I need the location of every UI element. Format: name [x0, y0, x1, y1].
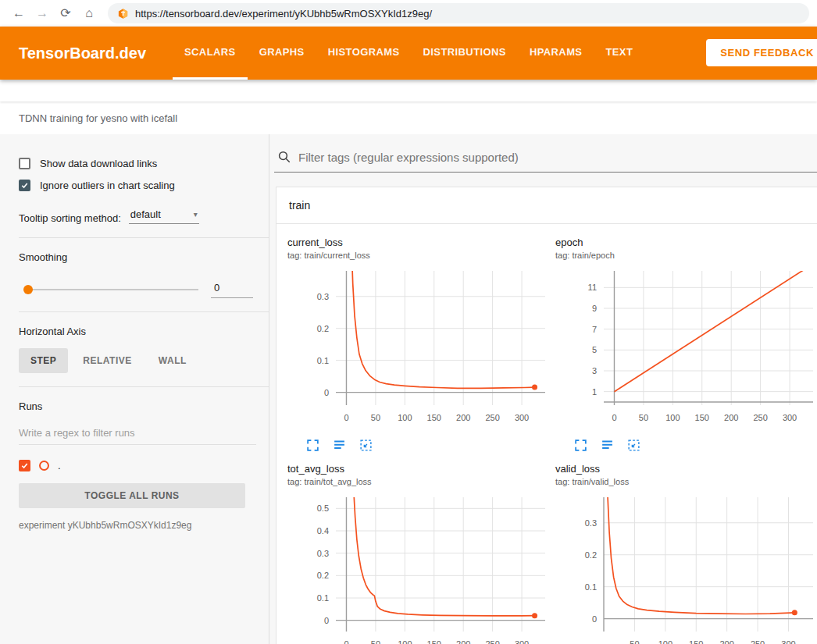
tooltip-sorting-dropdown[interactable]: default ▾	[129, 207, 199, 224]
svg-text:0.2: 0.2	[317, 571, 329, 580]
axis-wall-button[interactable]: WALL	[147, 348, 198, 373]
svg-text:250: 250	[753, 413, 767, 422]
smoothing-slider-thumb[interactable]	[23, 285, 33, 294]
home-button[interactable]: ⌂	[78, 2, 100, 24]
run-color-swatch-icon[interactable]	[39, 461, 49, 471]
smoothing-slider[interactable]	[25, 289, 198, 290]
tab-scalars[interactable]: SCALARS	[173, 27, 248, 80]
chart-title: current_loss	[287, 237, 555, 248]
address-bar[interactable]: https://tensorboard.dev/experiment/yKUbh…	[108, 3, 809, 23]
view-data-icon[interactable]	[601, 439, 614, 452]
svg-text:0.2: 0.2	[585, 550, 597, 560]
svg-text:0: 0	[592, 614, 597, 624]
svg-text:3: 3	[592, 366, 597, 375]
smoothing-value-field[interactable]: 0	[211, 280, 253, 298]
svg-text:0: 0	[344, 639, 348, 644]
axis-relative-button[interactable]: RELATIVE	[71, 348, 143, 373]
main-panel: Filter tags (regular expressions support…	[269, 134, 817, 644]
svg-text:200: 200	[456, 639, 470, 644]
tab-text[interactable]: TEXT	[594, 27, 644, 80]
expand-chart-icon[interactable]	[306, 439, 319, 452]
show-download-checkbox[interactable]	[19, 158, 30, 169]
svg-text:7: 7	[592, 325, 597, 334]
tooltip-sorting-label: Tooltip sorting method:	[19, 212, 121, 224]
view-data-icon[interactable]	[333, 439, 346, 452]
tab-graphs[interactable]: GRAPHS	[248, 27, 316, 80]
tab-distributions[interactable]: DISTRIBUTIONS	[412, 27, 518, 80]
experiment-title: TDNN training for yesno with icefall	[19, 112, 177, 124]
svg-text:250: 250	[751, 639, 765, 644]
svg-text:150: 150	[427, 639, 441, 644]
line-chart-tot-avg-loss[interactable]: 00.10.20.30.40.5050100150200250300	[287, 491, 555, 644]
svg-text:0: 0	[612, 413, 616, 422]
svg-text:200: 200	[456, 413, 470, 422]
svg-text:300: 300	[515, 639, 529, 644]
svg-text:0.3: 0.3	[585, 518, 597, 528]
svg-text:0.1: 0.1	[317, 356, 329, 365]
chart-toolbar	[555, 439, 817, 452]
chart-card-current-loss: current_loss tag: train/current_loss 00.…	[287, 237, 555, 452]
svg-text:100: 100	[665, 413, 680, 422]
svg-text:1: 1	[592, 387, 597, 397]
chart-card-valid-loss: valid_loss tag: train/valid_loss 00.10.2…	[555, 463, 817, 644]
chart-tag: tag: train/current_loss	[287, 251, 555, 260]
svg-text:100: 100	[658, 639, 673, 644]
line-chart-current-loss[interactable]: 00.10.20.3050100150200250300	[287, 265, 555, 435]
brand-title: TensorBoard.dev	[19, 44, 146, 62]
svg-text:150: 150	[695, 413, 709, 422]
tag-filter-placeholder: Filter tags (regular expressions support…	[298, 151, 519, 164]
search-icon	[277, 150, 291, 164]
show-download-label: Show data download links	[40, 158, 157, 169]
show-download-row: Show data download links	[19, 158, 256, 169]
tab-histograms[interactable]: HISTOGRAMS	[316, 27, 412, 80]
svg-text:50: 50	[371, 639, 380, 644]
tensorboard-favicon-icon	[117, 8, 129, 20]
experiment-title-bar: TDNN training for yesno with icefall	[0, 101, 817, 134]
svg-text:300: 300	[781, 639, 795, 644]
forward-button[interactable]: →	[31, 2, 53, 24]
toggle-all-runs-button[interactable]: TOGGLE ALL RUNS	[19, 483, 245, 508]
chart-tag: tag: train/tot_avg_loss	[287, 477, 555, 486]
chart-title: valid_loss	[555, 463, 817, 475]
sidebar-divider	[19, 386, 269, 387]
app-header: TensorBoard.dev SCALARS GRAPHS HISTOGRAM…	[0, 27, 817, 80]
line-chart-epoch[interactable]: 1357911050100150200250300	[555, 265, 817, 435]
url-text: https://tensorboard.dev/experiment/yKUbh…	[135, 8, 432, 20]
svg-text:0.3: 0.3	[317, 549, 329, 558]
train-section-header[interactable]: train	[276, 187, 817, 224]
ignore-outliers-checkbox[interactable]	[19, 180, 30, 191]
runs-filter-input[interactable]: Write a regex to filter runs	[19, 424, 256, 445]
expand-chart-icon[interactable]	[574, 439, 587, 452]
tab-hparams[interactable]: HPARAMS	[518, 27, 594, 80]
tooltip-sorting-value: default	[130, 208, 161, 220]
svg-text:11: 11	[588, 283, 597, 292]
svg-text:250: 250	[485, 413, 499, 422]
header-shadow-strip	[0, 80, 817, 101]
fit-domain-icon[interactable]	[627, 439, 640, 452]
smoothing-label: Smoothing	[19, 251, 256, 263]
svg-text:50: 50	[630, 639, 639, 644]
line-chart-valid-loss[interactable]: 00.10.20.350100150200250300	[555, 491, 817, 644]
browser-chrome: ← → ⟳ ⌂ https://tensorboard.dev/experime…	[0, 0, 817, 27]
experiment-id-footer: experiment yKUbhb5wRmOSXYkId1z9eg	[19, 520, 256, 531]
content-area: Show data download links Ignore outliers…	[0, 134, 817, 644]
tag-filter-row[interactable]: Filter tags (regular expressions support…	[274, 147, 817, 173]
axis-step-button[interactable]: STEP	[19, 348, 68, 373]
svg-text:150: 150	[427, 413, 441, 422]
back-button[interactable]: ←	[8, 2, 30, 24]
fit-domain-icon[interactable]	[359, 439, 373, 452]
chart-title: tot_avg_loss	[287, 463, 555, 475]
svg-text:0: 0	[344, 413, 348, 422]
send-feedback-button[interactable]: SEND FEEDBACK	[706, 39, 817, 66]
svg-text:0.2: 0.2	[317, 324, 329, 333]
svg-text:100: 100	[398, 413, 412, 422]
chevron-down-icon: ▾	[194, 210, 198, 219]
svg-text:0.1: 0.1	[317, 593, 329, 603]
horizontal-axis-label: Horizontal Axis	[19, 326, 256, 337]
chart-card-epoch: epoch tag: train/epoch 13579110501001502…	[555, 237, 817, 452]
horizontal-axis-buttons: STEP RELATIVE WALL	[19, 348, 256, 373]
run-checkbox[interactable]	[19, 460, 30, 471]
svg-text:5: 5	[592, 345, 597, 354]
run-name: .	[58, 460, 61, 471]
reload-button[interactable]: ⟳	[55, 2, 77, 24]
